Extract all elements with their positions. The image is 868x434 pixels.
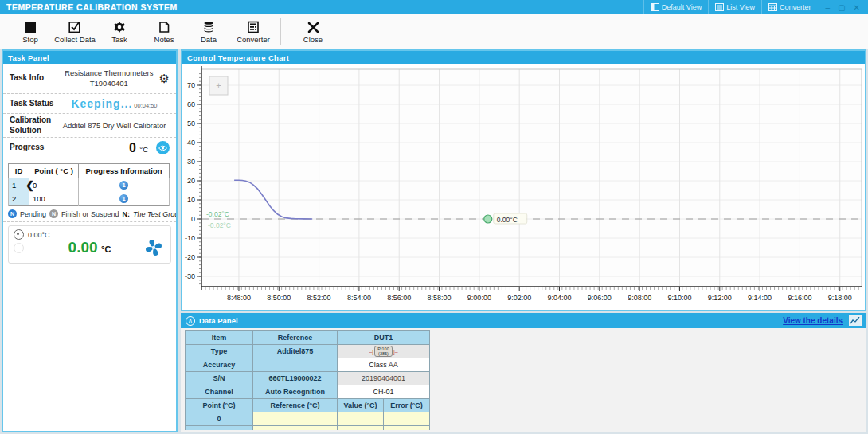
item-label-cell: Accuracy xyxy=(186,358,253,372)
item-label-cell: Type xyxy=(186,345,253,358)
x-tick-label: 9:10:00 xyxy=(667,294,691,302)
measure-error-cell xyxy=(384,412,430,426)
pt100-sensor-icon[interactable]: –[Pt100(385)]– xyxy=(369,346,397,357)
measure-reference-cell xyxy=(253,412,338,426)
calibration-solution-label: Calibration Solution xyxy=(10,115,59,135)
measure-error-cell xyxy=(384,426,430,431)
task-info-row: Task Info Resistance Thermometers T19040… xyxy=(3,64,176,94)
task-panel-header: Task Panel xyxy=(3,51,176,64)
sensor-lead-right: ]– xyxy=(393,349,398,354)
toolbar-button-label: Notes xyxy=(154,35,174,44)
close-window-icon[interactable]: ✕ xyxy=(854,3,860,12)
dut-table-row[interactable]: 0 xyxy=(186,412,430,426)
x-tick-label: 9:14:00 xyxy=(748,294,772,302)
toolbar-task-button[interactable]: Task xyxy=(97,16,142,48)
view-details-link[interactable]: View the details xyxy=(783,316,843,325)
toolbar-collect-data-button[interactable]: Collect Data xyxy=(53,16,97,48)
title-bar: TEMPERATURE CALIBRATION SYSTEM Default V… xyxy=(0,0,868,14)
y-tick-label: -20 xyxy=(185,253,195,261)
plot-area xyxy=(201,69,862,287)
titlebar-button-default-view[interactable]: Default View xyxy=(643,0,708,14)
progress-row: Progress 0 °C xyxy=(3,138,176,158)
item-label-cell: Channel xyxy=(186,385,253,399)
toolbar-close-button[interactable]: Close xyxy=(291,16,335,48)
task-settings-gear-icon[interactable]: ⚙ xyxy=(159,72,170,84)
converter-grid-icon xyxy=(247,20,260,33)
x-tick-label: 9:12:00 xyxy=(708,294,732,302)
toolbar-converter-button[interactable]: Converter xyxy=(231,16,276,48)
titlebar-button-label: List View xyxy=(726,3,755,11)
toolbar-notes-button[interactable]: Notes xyxy=(142,16,186,48)
toolbar-button-label: Stop xyxy=(22,35,38,44)
item-col-header: Item xyxy=(186,331,253,345)
toolbar-stop-button[interactable]: Stop xyxy=(8,16,53,48)
finish-status-icon: N xyxy=(49,209,58,218)
titlebar-button-label: Default View xyxy=(662,3,702,11)
setpoint-value: 0.00°C xyxy=(28,231,50,239)
main-toolbar: StopCollect DataTaskNotesDataConverterCl… xyxy=(0,14,868,49)
progress-count-badge: 1 xyxy=(119,181,128,190)
points-legend: N Pending N Finish or Suspend N: The Tes… xyxy=(3,206,176,222)
measure-point-cell xyxy=(186,426,253,431)
dut-info-table: ItemReferenceDUT1TypeAdditel875–[Pt100(3… xyxy=(185,330,430,430)
control-temperature-chart[interactable]: 706050403020100-10-20-308:48:008:50:008:… xyxy=(182,64,865,310)
stop-icon xyxy=(25,20,37,33)
window-controls: –▢✕ xyxy=(818,3,868,12)
dut-table-row: S/N660TL1900002220190404001 xyxy=(186,372,430,385)
point-value-cell: 0 xyxy=(29,178,79,193)
stability-marker xyxy=(484,215,492,223)
data-panel-title: Data Panel xyxy=(199,316,783,325)
y-tick-label: -30 xyxy=(185,272,195,280)
point-id-cell: 2 xyxy=(9,192,29,206)
x-tick-label: 9:02:00 xyxy=(507,294,531,302)
toolbar-data-button[interactable]: Data xyxy=(186,16,231,48)
watch-eye-icon[interactable] xyxy=(156,141,170,154)
y-tick-label: 40 xyxy=(187,139,195,147)
pending-label: Pending xyxy=(20,210,46,218)
measure-value-cell xyxy=(338,412,384,426)
x-tick-label: 9:18:00 xyxy=(828,294,852,302)
reference-value-cell: 660TL19000022 xyxy=(253,372,338,385)
x-tick-label: 8:48:00 xyxy=(227,294,251,302)
measure-col-header: Value (°C) xyxy=(338,399,384,412)
x-tick-label: 8:54:00 xyxy=(347,294,371,302)
dut1-col-header: DUT1 xyxy=(338,331,430,345)
collapse-chevron-icon[interactable]: ∧ xyxy=(186,316,195,326)
dut-table-row[interactable] xyxy=(186,426,430,431)
titlebar-button-list-view[interactable]: List View xyxy=(708,0,761,14)
task-gear-icon xyxy=(113,20,126,33)
fan-icon[interactable] xyxy=(143,237,164,261)
plus-icon: + xyxy=(216,80,221,90)
y-tick-label: 0 xyxy=(191,215,195,223)
titlebar-button-converter[interactable]: Converter xyxy=(761,0,818,14)
n-prefix: N: xyxy=(123,210,131,218)
data-panel: ∧ Data Panel View the details ItemRefere… xyxy=(181,313,866,432)
reference-col-header: Reference xyxy=(253,331,338,345)
list-view-icon xyxy=(715,3,724,11)
dut-table-row: AccuracyClass AA xyxy=(186,358,430,372)
calibration-solution-row: Calibration Solution Additel 875 Dry Wel… xyxy=(3,114,176,138)
reference-value-cell xyxy=(253,358,338,372)
chart-panel-header: Control Temperature Chart xyxy=(182,51,865,64)
measure-col-header: Error (°C) xyxy=(384,399,430,412)
measure-col-header: Reference (°C) xyxy=(253,399,338,412)
points-table-row[interactable]: 1❮01 xyxy=(9,178,170,193)
data-panel-header: ∧ Data Panel View the details xyxy=(181,313,866,328)
sensor-curve: (385) xyxy=(377,351,389,356)
x-tick-label: 8:50:00 xyxy=(267,294,291,302)
measure-point-cell: 0 xyxy=(186,412,253,426)
dut-value-cell: –[Pt100(385)]– xyxy=(338,345,430,358)
point-progress-cell: 1 xyxy=(79,178,170,193)
x-tick-label: 9:16:00 xyxy=(788,294,811,302)
minimize-window-icon[interactable]: – xyxy=(826,3,831,12)
calibration-solution-value: Additel 875 Dry Well Calibrator xyxy=(59,121,170,130)
converter-icon xyxy=(768,3,777,11)
dut-table-row: ChannelAuto RecognitionCH-01 xyxy=(186,385,430,399)
trend-chart-icon[interactable] xyxy=(849,315,862,326)
maximize-window-icon[interactable]: ▢ xyxy=(838,3,845,12)
measure-col-header: Point (°C) xyxy=(186,399,253,412)
pending-status-icon: N xyxy=(8,209,17,218)
default-view-icon xyxy=(651,3,659,11)
measure-reference-cell xyxy=(253,426,338,431)
points-table-row[interactable]: 21001 xyxy=(9,192,170,206)
